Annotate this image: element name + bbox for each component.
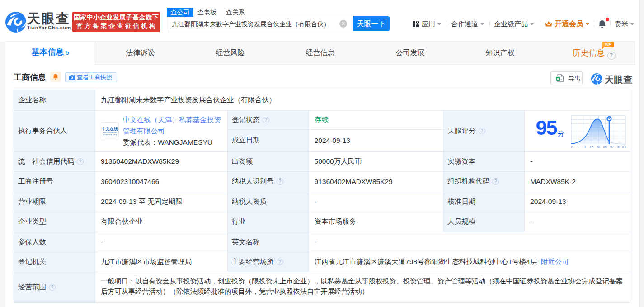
svg-text:3: 3 [584,145,586,149]
svg-text:15: 15 [590,145,593,149]
svg-text:97: 97 [610,145,614,149]
svg-text:100: 100 [621,145,626,149]
svg-text:50: 50 [597,145,600,149]
svg-text:99: 99 [617,145,620,149]
svg-text:0: 0 [571,145,573,149]
svg-text:85: 85 [603,145,607,149]
svg-text:1: 1 [577,145,579,149]
